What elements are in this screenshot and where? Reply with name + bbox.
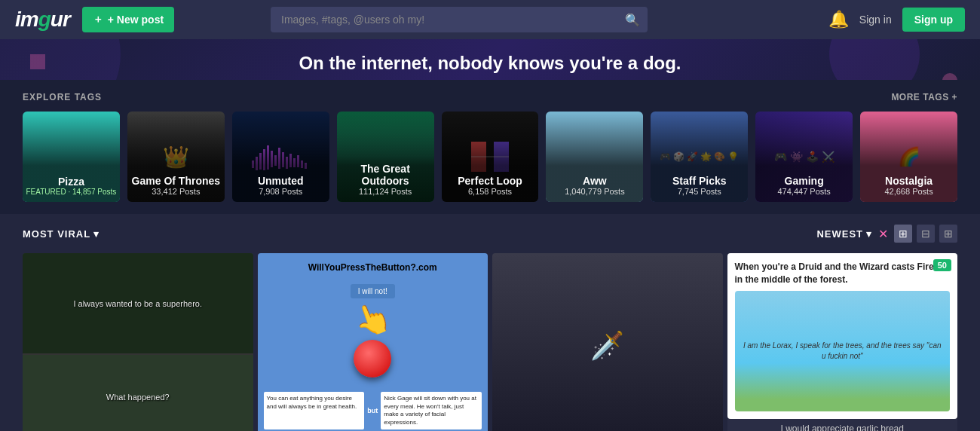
feed-grid: I always wanted to be a superhero. What … bbox=[23, 253, 957, 431]
section-header: EXPLORE TAGS MORE TAGS + bbox=[23, 92, 957, 102]
new-post-label: + New post bbox=[108, 14, 164, 26]
most-viral-label: MOST VIRAL bbox=[23, 228, 90, 240]
tag-pizza-name: Pizza bbox=[23, 176, 120, 188]
feed-item-4[interactable]: 50 When you're a Druid and the Wizard ca… bbox=[727, 253, 958, 419]
sign-in-link[interactable]: Sign in bbox=[859, 14, 892, 26]
tag-card-staffpicks[interactable]: 🎮🎲🚀 🌟🎨💡 Staff Picks 7,745 Posts bbox=[651, 112, 748, 202]
tag-gaming-content: Gaming 474,447 Posts bbox=[755, 175, 853, 196]
feed-controls: NEWEST ▾ ✕ ⊞ ⊟ ⊞ bbox=[816, 225, 957, 243]
feed-item-2-left-text: You can eat anything you desire and will… bbox=[264, 392, 365, 429]
tag-staffpicks-sub: 7,745 Posts bbox=[651, 187, 748, 196]
tag-staffpicks-content: Staff Picks 7,745 Posts bbox=[651, 175, 748, 196]
feed-section: MOST VIRAL ▾ NEWEST ▾ ✕ ⊞ ⊟ ⊞ I always w… bbox=[0, 214, 980, 431]
more-tags-link[interactable]: MORE TAGS + bbox=[891, 92, 957, 102]
tag-card-loop[interactable]: Perfect Loop 6,158 Posts bbox=[442, 112, 539, 202]
most-viral-dropdown-arrow: ▾ bbox=[93, 228, 100, 240]
tag-card-unmuted[interactable]: Unmuted 7,908 Posts bbox=[232, 112, 329, 202]
newest-label: NEWEST bbox=[816, 228, 863, 240]
hero-decoration-4 bbox=[942, 73, 957, 80]
feed-item-2-text-row: You can eat anything you desire and will… bbox=[264, 392, 482, 429]
feed-item-4-title: When you're a Druid and the Wizard casts… bbox=[735, 261, 951, 286]
header: imgur ＋ + New post 🔍 🔔 Sign in Sign up bbox=[0, 0, 980, 39]
tag-aww-sub: 1,040,779 Posts bbox=[546, 187, 643, 196]
tag-staffpicks-name: Staff Picks bbox=[651, 175, 748, 187]
tag-thrones-sub: 33,412 Posts bbox=[127, 187, 225, 196]
tag-loop-name: Perfect Loop bbox=[442, 175, 539, 187]
tag-gaming-sub: 474,447 Posts bbox=[755, 187, 853, 196]
hero-banner: On the internet, nobody knows you're a d… bbox=[0, 39, 980, 80]
notification-icon[interactable]: 🔔 bbox=[828, 10, 849, 29]
newest-dropdown-arrow: ▾ bbox=[866, 228, 872, 240]
grid-toggle: ⊞ ⊟ ⊞ bbox=[894, 225, 957, 243]
grid-2col-button[interactable]: ⊟ bbox=[917, 225, 935, 243]
tag-unmuted-content: Unmuted 7,908 Posts bbox=[232, 175, 329, 196]
explore-tags-section: EXPLORE TAGS MORE TAGS + Pizza FEATURED … bbox=[0, 80, 980, 214]
grid-3col-button[interactable]: ⊞ bbox=[894, 225, 912, 243]
tag-card-outdoors[interactable]: The Great Outdoors 111,124 Posts bbox=[337, 112, 434, 202]
tag-aww-content: Aww 1,040,779 Posts bbox=[546, 175, 643, 196]
tag-card-thrones[interactable]: 👑 Game Of Thrones 33,412 Posts bbox=[127, 112, 225, 202]
grid-list-button[interactable]: ⊞ bbox=[939, 225, 957, 243]
tag-thrones-content: Game Of Thrones 33,412 Posts bbox=[127, 175, 225, 196]
tag-card-nostalgia[interactable]: 🌈 Nostalgia 42,668 Posts bbox=[860, 112, 957, 202]
search-input[interactable] bbox=[271, 7, 648, 32]
most-viral-title[interactable]: MOST VIRAL ▾ bbox=[23, 228, 100, 240]
tag-aww-name: Aww bbox=[546, 175, 643, 187]
hero-tagline: On the internet, nobody knows you're a d… bbox=[0, 53, 980, 74]
tag-loop-content: Perfect Loop 6,158 Posts bbox=[442, 175, 539, 196]
red-button bbox=[354, 340, 391, 378]
tag-gaming-name: Gaming bbox=[755, 175, 853, 187]
but-label: but bbox=[367, 392, 378, 429]
feed-item-4-badge: 50 bbox=[933, 259, 951, 271]
header-right: 🔔 Sign in Sign up bbox=[828, 8, 965, 32]
tag-nostalgia-name: Nostalgia bbox=[860, 175, 957, 187]
feed-item-2[interactable]: WillYouPressTheButton?.com I will not! 👆… bbox=[258, 253, 488, 431]
tag-outdoors-name: The Great Outdoors bbox=[337, 163, 434, 187]
plus-icon: ＋ bbox=[93, 13, 103, 26]
tag-thrones-name: Game Of Thrones bbox=[127, 175, 225, 187]
feed-item-1-top-text: I always wanted to be a superhero. bbox=[23, 253, 253, 355]
logo: imgur bbox=[15, 8, 70, 32]
tag-nostalgia-sub: 42,668 Posts bbox=[860, 187, 957, 196]
feed-item-4-lorax: I am the Lorax, I speak for the trees, a… bbox=[735, 291, 951, 411]
tag-nostalgia-content: Nostalgia 42,668 Posts bbox=[860, 175, 957, 196]
tag-loop-sub: 6,158 Posts bbox=[442, 187, 539, 196]
feed-header: MOST VIRAL ▾ NEWEST ▾ ✕ ⊞ ⊟ ⊞ bbox=[23, 225, 957, 243]
search-icon: 🔍 bbox=[625, 13, 640, 27]
feed-item-2-right-text: Nick Gage will sit down with you at ever… bbox=[381, 392, 482, 429]
feed-item-4-wrapper: 50 When you're a Druid and the Wizard ca… bbox=[727, 253, 958, 431]
tag-outdoors-sub: 111,124 Posts bbox=[337, 187, 434, 196]
tag-unmuted-name: Unmuted bbox=[232, 175, 329, 187]
feed-item-1-wrapper: I always wanted to be a superhero. What … bbox=[23, 253, 253, 431]
feed-item-1-bottom-text: What happened? bbox=[23, 355, 253, 431]
feed-item-3-wrapper: 🗡️ bbox=[492, 253, 723, 431]
feed-item-4-caption: I would appreciate garlic bread bbox=[727, 419, 958, 431]
tag-card-gaming[interactable]: 🎮👾 🕹️⚔️ Gaming 474,447 Posts bbox=[755, 112, 853, 202]
feed-item-2-url: WillYouPressTheButton?.com bbox=[264, 262, 482, 273]
tag-outdoors-content: The Great Outdoors 111,124 Posts bbox=[337, 163, 434, 196]
tag-pizza-sub: FEATURED · 14,857 Posts bbox=[23, 188, 120, 196]
feed-item-1[interactable]: I always wanted to be a superhero. What … bbox=[23, 253, 253, 431]
tags-row: Pizza FEATURED · 14,857 Posts 👑 Game Of … bbox=[23, 112, 957, 202]
section-title: EXPLORE TAGS bbox=[23, 92, 102, 102]
tag-pizza-content: Pizza FEATURED · 14,857 Posts bbox=[23, 176, 120, 196]
close-icon[interactable]: ✕ bbox=[878, 227, 888, 241]
feed-item-2-wrapper: WillYouPressTheButton?.com I will not! 👆… bbox=[258, 253, 488, 431]
search-bar-container: 🔍 bbox=[271, 7, 648, 32]
will-not-button[interactable]: I will not! bbox=[351, 284, 395, 298]
hand-icon: 👆 bbox=[349, 296, 397, 342]
sign-up-button[interactable]: Sign up bbox=[902, 8, 965, 32]
tag-card-aww[interactable]: Aww 1,040,779 Posts bbox=[546, 112, 643, 202]
tag-unmuted-sub: 7,908 Posts bbox=[232, 187, 329, 196]
new-post-button[interactable]: ＋ + New post bbox=[82, 7, 174, 32]
feed-item-3[interactable]: 🗡️ bbox=[492, 253, 723, 431]
newest-button[interactable]: NEWEST ▾ bbox=[816, 228, 872, 240]
tag-card-pizza[interactable]: Pizza FEATURED · 14,857 Posts bbox=[23, 112, 120, 202]
